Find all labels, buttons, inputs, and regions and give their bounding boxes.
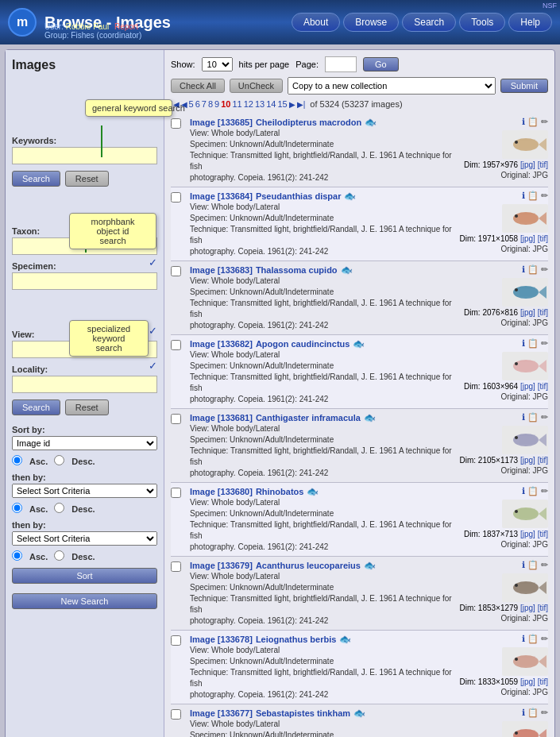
entry-title-133679[interactable]: Image [133679] [190, 561, 253, 570]
desc-radio-2[interactable] [54, 503, 64, 513]
species-icon-133682[interactable]: 🐟 [353, 338, 365, 349]
page-6[interactable]: 6 [195, 99, 200, 109]
entry-title-133685[interactable]: Image [133685] [190, 118, 253, 127]
uncheck-button[interactable]: UnCheck [230, 79, 283, 93]
desc-radio-3[interactable] [54, 550, 64, 561]
species-icon-133683[interactable]: 🐟 [341, 264, 353, 276]
page-next-icon[interactable]: ▶ [289, 100, 295, 109]
entry-species-133680[interactable]: Rhinobatos [256, 487, 304, 496]
jpg-link-133683[interactable]: [jpg] [520, 308, 535, 317]
entry-checkbox-133681[interactable] [171, 414, 181, 424]
jpg-link-133681[interactable]: [jpg] [520, 456, 535, 465]
tif-link-133679[interactable]: [tif] [538, 604, 548, 612]
page-12[interactable]: 12 [244, 99, 253, 109]
info-icon-133681[interactable]: ℹ [522, 412, 525, 423]
info-icon-133677[interactable]: ℹ [522, 708, 525, 718]
jpg-link-133678[interactable]: [jpg] [520, 677, 535, 686]
check-all-button[interactable]: Check All [171, 79, 225, 93]
copy-icon-133678[interactable]: 📋 [527, 634, 539, 644]
jpg-link-133680[interactable]: [jpg] [520, 530, 535, 538]
main-reset-button[interactable]: Reset [65, 399, 109, 415]
entry-checkbox-133684[interactable] [171, 192, 181, 203]
info-icon-133678[interactable]: ℹ [522, 634, 525, 644]
tif-link-133683[interactable]: [tif] [538, 308, 548, 317]
hits-per-page-select[interactable]: 10 25 50 [202, 57, 233, 71]
edit-icon-133681[interactable]: ✏ [541, 412, 548, 423]
locality-check-icon[interactable]: ✓ [149, 360, 157, 372]
then-by-select-1[interactable]: Select Sort Criteria [12, 484, 157, 498]
entry-checkbox-133685[interactable] [171, 118, 181, 129]
info-icon-133682[interactable]: ℹ [522, 338, 525, 349]
page-14[interactable]: 14 [266, 99, 276, 109]
entry-species-133684[interactable]: Pseudanthias dispar [256, 191, 342, 201]
page-input[interactable] [325, 56, 357, 72]
asc-radio-2[interactable] [12, 503, 22, 513]
logo[interactable]: m [8, 8, 37, 37]
jpg-link-133682[interactable]: [jpg] [520, 382, 535, 391]
species-icon-133679[interactable]: 🐟 [364, 560, 376, 571]
entry-title-133684[interactable]: Image [133684] [190, 191, 253, 201]
species-icon-133681[interactable]: 🐟 [364, 412, 376, 423]
edit-icon-133683[interactable]: ✏ [541, 264, 548, 275]
edit-icon-133679[interactable]: ✏ [541, 560, 548, 570]
nav-help[interactable]: Help [508, 13, 552, 32]
page-last-icon[interactable]: ▶| [297, 100, 306, 109]
tif-link-133678[interactable]: [tif] [538, 677, 548, 686]
info-icon-133679[interactable]: ℹ [522, 560, 525, 570]
species-icon-133677[interactable]: 🐟 [353, 708, 365, 719]
page-13[interactable]: 13 [255, 99, 265, 109]
then-by-select-2[interactable]: Select Sort Criteria [12, 531, 157, 546]
sort-by-select[interactable]: Image id [12, 436, 157, 450]
entry-species-133679[interactable]: Acanthurus leucopareius [256, 561, 361, 570]
page-7[interactable]: 7 [202, 99, 207, 109]
entry-checkbox-133679[interactable] [171, 561, 181, 572]
reset-button[interactable]: Reset [65, 171, 109, 187]
nav-search[interactable]: Search [402, 13, 456, 32]
main-search-button[interactable]: Search [12, 399, 60, 415]
entry-species-133681[interactable]: Canthigaster inframacula [256, 413, 361, 423]
info-icon-133680[interactable]: ℹ [522, 486, 525, 496]
edit-icon-133684[interactable]: ✏ [541, 191, 548, 201]
species-icon-133678[interactable]: 🐟 [339, 634, 351, 645]
page-15[interactable]: 15 [277, 99, 287, 109]
edit-icon-133680[interactable]: ✏ [541, 486, 548, 496]
locality-input[interactable] [12, 376, 157, 393]
copy-icon-133681[interactable]: 📋 [527, 412, 539, 423]
entry-species-133685[interactable]: Cheilodipterus macrodon [256, 118, 361, 127]
species-icon-133684[interactable]: 🐟 [344, 191, 356, 202]
entry-checkbox-133677[interactable] [171, 709, 181, 720]
nav-about[interactable]: About [292, 13, 340, 32]
sort-button[interactable]: Sort [12, 568, 157, 584]
page-9[interactable]: 9 [214, 99, 219, 109]
keywords-input[interactable] [12, 147, 157, 164]
entry-title-133677[interactable]: Image [133677] [190, 708, 253, 718]
tif-link-133680[interactable]: [tif] [538, 530, 548, 538]
jpg-link-133679[interactable]: [jpg] [520, 604, 535, 612]
desc-radio-1[interactable] [54, 455, 64, 465]
species-icon-133680[interactable]: 🐟 [307, 486, 319, 497]
search-button[interactable]: Search [12, 171, 60, 187]
tif-link-133682[interactable]: [tif] [538, 382, 548, 391]
entry-species-133677[interactable]: Sebastapistes tinkham [256, 708, 350, 718]
new-search-button[interactable]: New Search [12, 593, 157, 609]
copy-icon-133677[interactable]: 📋 [527, 708, 539, 718]
submit-button[interactable]: Submit [500, 79, 548, 93]
copy-icon-133680[interactable]: 📋 [527, 486, 539, 496]
specimen-input[interactable] [12, 272, 157, 290]
specimen-check-icon[interactable]: ✓ [149, 257, 157, 268]
nav-tools[interactable]: Tools [459, 13, 505, 32]
entry-species-133678[interactable]: Leiognathus berbis [256, 635, 336, 644]
entry-title-133681[interactable]: Image [133681] [190, 413, 253, 423]
entry-checkbox-133683[interactable] [171, 266, 181, 276]
edit-icon-133682[interactable]: ✏ [541, 338, 548, 349]
entry-checkbox-133678[interactable] [171, 635, 181, 646]
info-icon-133685[interactable]: ℹ [522, 117, 525, 127]
entry-title-133680[interactable]: Image [133680] [190, 487, 253, 496]
copy-icon-133679[interactable]: 📋 [527, 560, 539, 570]
entry-species-133682[interactable]: Apogon caudincinctus [256, 339, 350, 349]
page-8[interactable]: 8 [208, 99, 213, 109]
asc-radio-1[interactable] [12, 455, 22, 465]
edit-icon-133685[interactable]: ✏ [541, 117, 548, 127]
collection-select[interactable]: Copy to a new collection [288, 77, 496, 95]
copy-icon-133685[interactable]: 📋 [527, 117, 539, 127]
